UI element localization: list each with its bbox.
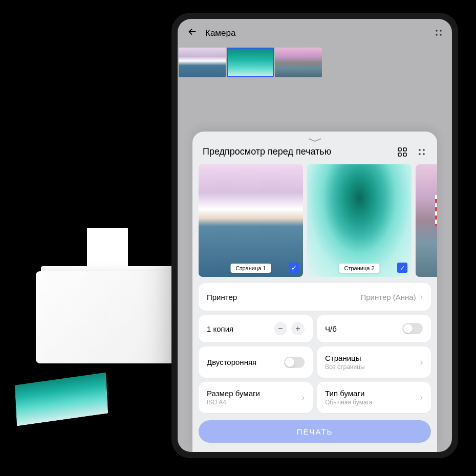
setting-label: Тип бумаги (325, 389, 372, 398)
svg-point-9 (423, 149, 425, 151)
check-icon[interactable]: ✓ (397, 263, 407, 273)
print-button[interactable]: ПЕЧАТЬ (199, 420, 431, 443)
svg-point-1 (440, 30, 442, 32)
setting-value: Принтер (Анна) (360, 293, 416, 301)
chevron-right-icon: › (420, 358, 423, 367)
svg-rect-5 (403, 148, 406, 151)
setting-value: Обычная бумага (325, 399, 372, 406)
tablet-screen: Камера Предпросмотр перед печатью (178, 19, 452, 452)
printer-selector[interactable]: Принтер Принтер (Анна) › (199, 283, 431, 311)
chevron-right-icon: › (302, 393, 305, 402)
print-settings: Принтер Принтер (Анна) › 1 копия − + (192, 277, 437, 413)
print-preview-sheet: Предпросмотр перед печатью Страница 1 ✓ (192, 132, 437, 452)
top-bar: Камера (178, 19, 452, 48)
back-arrow-icon[interactable] (187, 26, 198, 40)
sheet-header: Предпросмотр перед печатью (192, 140, 437, 164)
tablet-frame: Камера Предпросмотр перед печатью (171, 13, 458, 458)
thumbnail-item[interactable] (227, 48, 274, 77)
duplex-toggle[interactable] (284, 357, 305, 368)
setting-label: Принтер (207, 293, 237, 301)
duplex-toggle-row: Двусторонняя (199, 347, 313, 378)
thumbnail-strip (178, 48, 452, 77)
chevron-right-icon: › (420, 393, 423, 402)
grid-view-icon[interactable] (397, 147, 407, 157)
setting-label: Страницы (325, 354, 365, 362)
preview-row: Страница 1 ✓ Страница 2 ✓ (192, 164, 437, 277)
svg-rect-6 (398, 153, 401, 156)
preview-page[interactable]: Страница 1 ✓ (199, 164, 303, 277)
paper-type-selector[interactable]: Тип бумаги Обычная бумага › (317, 382, 431, 413)
more-icon[interactable] (417, 147, 427, 157)
setting-value: Все страницы (325, 363, 365, 371)
printer-illustration (20, 230, 194, 435)
thumbnail-item[interactable] (179, 48, 226, 77)
paper-size-selector[interactable]: Размер бумаги ISO A4 › (199, 382, 313, 413)
preview-page[interactable]: Страница 2 ✓ (307, 164, 412, 277)
svg-point-2 (436, 34, 438, 36)
setting-label: Ч/б (325, 324, 337, 333)
svg-point-0 (436, 30, 438, 32)
setting-label: Размер бумаги (207, 389, 260, 398)
check-icon[interactable]: ✓ (289, 263, 299, 273)
svg-point-10 (419, 153, 421, 155)
page-label: Страница 1 (230, 264, 271, 273)
bw-toggle[interactable] (402, 323, 423, 334)
page-label: Страница 2 (339, 264, 379, 273)
more-icon[interactable] (435, 29, 443, 38)
svg-point-3 (440, 34, 442, 36)
setting-label: Двусторонняя (207, 358, 256, 366)
decrement-button[interactable]: − (274, 322, 287, 335)
copies-stepper: 1 копия − + (199, 315, 313, 342)
thumbnail-item[interactable] (275, 48, 322, 77)
setting-label: 1 копия (207, 324, 233, 333)
page-title: Камера (205, 28, 235, 38)
sheet-handle-icon[interactable] (308, 136, 322, 138)
svg-point-11 (423, 153, 425, 155)
svg-point-8 (419, 149, 421, 151)
svg-rect-7 (403, 153, 406, 156)
setting-value: ISO A4 (207, 399, 260, 406)
sheet-title: Предпросмотр перед печатью (203, 146, 331, 157)
increment-button[interactable]: + (291, 322, 305, 335)
pages-selector[interactable]: Страницы Все страницы › (317, 347, 431, 378)
chevron-right-icon: › (420, 292, 423, 301)
preview-page[interactable] (416, 164, 437, 277)
bw-toggle-row: Ч/б (317, 315, 431, 342)
svg-rect-4 (398, 148, 401, 151)
